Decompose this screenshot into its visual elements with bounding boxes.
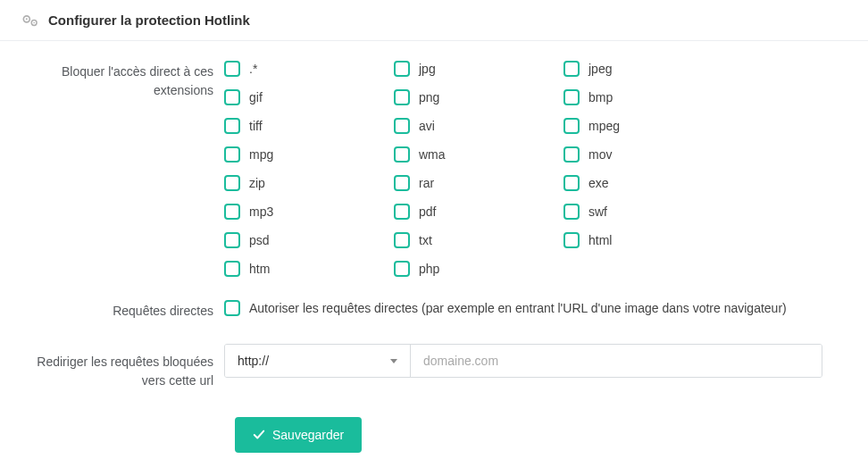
extension-item: html <box>563 232 733 248</box>
extension-checkbox[interactable] <box>224 204 240 220</box>
extension-label: .* <box>249 62 257 76</box>
extension-item: txt <box>394 232 563 248</box>
direct-requests-label: Requêtes directes <box>32 300 224 321</box>
extension-checkbox[interactable] <box>563 204 580 220</box>
extension-label: bmp <box>588 90 613 104</box>
extension-item: gif <box>224 89 394 105</box>
extension-item: mp3 <box>224 204 394 220</box>
allow-direct-checkbox[interactable] <box>224 300 240 316</box>
extension-label: rar <box>419 176 434 190</box>
extensions-label: Bloquer l'accès direct à ces extensions <box>32 61 224 100</box>
extension-label: png <box>419 90 439 104</box>
extension-label: pdf <box>419 204 436 219</box>
extension-item: exe <box>563 175 733 191</box>
protocol-value: http:// <box>238 354 269 368</box>
extension-label: psd <box>249 233 270 247</box>
extension-label: jpg <box>419 62 436 76</box>
extension-item: php <box>394 261 563 277</box>
extension-checkbox[interactable] <box>224 118 240 134</box>
extension-item: bmp <box>563 89 733 105</box>
extension-checkbox[interactable] <box>394 146 410 163</box>
extension-item: mpeg <box>563 118 733 134</box>
allow-direct-checkbox-item: Autoriser les requêtes directes (par exe… <box>224 300 836 316</box>
extension-checkbox[interactable] <box>224 89 240 105</box>
extension-label: php <box>419 262 439 276</box>
extension-checkbox[interactable] <box>563 232 580 248</box>
protocol-select[interactable]: http:// <box>225 345 411 377</box>
redirect-input-group: http:// <box>224 344 822 378</box>
extension-label: mpg <box>249 147 273 162</box>
extension-label: mov <box>588 147 612 162</box>
extension-item: wma <box>394 146 563 163</box>
extension-label: swf <box>588 204 607 219</box>
extension-item: mpg <box>224 146 394 163</box>
extension-item: psd <box>224 232 394 248</box>
extension-label: mpeg <box>588 119 620 133</box>
extension-label: htm <box>249 262 270 276</box>
extension-checkbox[interactable] <box>563 175 580 191</box>
save-button[interactable]: Sauvegarder <box>235 417 362 453</box>
extension-checkbox[interactable] <box>224 175 240 191</box>
extension-item: pdf <box>394 204 563 220</box>
row-redirect-url: Rediriger les requêtes bloquées vers cet… <box>32 344 836 390</box>
extension-label: html <box>588 233 612 247</box>
extension-item: tiff <box>224 118 394 134</box>
extension-checkbox[interactable] <box>563 118 580 134</box>
extension-checkbox[interactable] <box>394 204 410 220</box>
extension-checkbox[interactable] <box>394 118 410 134</box>
extension-item: mov <box>563 146 733 163</box>
svg-point-3 <box>33 21 35 23</box>
allow-direct-checkbox-label: Autoriser les requêtes directes (par exe… <box>249 301 787 315</box>
redirect-url-label: Rediriger les requêtes bloquées vers cet… <box>32 344 224 390</box>
extension-item: jpeg <box>563 61 733 77</box>
row-extensions: Bloquer l'accès direct à ces extensions … <box>32 61 836 277</box>
actions-row: Sauvegarder <box>32 417 836 453</box>
extension-checkbox[interactable] <box>224 61 240 77</box>
extension-checkbox[interactable] <box>224 232 240 248</box>
save-button-label: Sauvegarder <box>272 428 344 442</box>
extension-item: .* <box>224 61 394 77</box>
extension-checkbox[interactable] <box>394 175 410 191</box>
extension-checkbox[interactable] <box>394 89 410 105</box>
svg-point-1 <box>26 18 28 20</box>
extension-item: swf <box>563 204 733 220</box>
domain-input[interactable] <box>411 345 822 377</box>
extension-item: zip <box>224 175 394 191</box>
gears-icon <box>21 13 39 28</box>
extensions-grid: .*jpgjpeggifpngbmptiffavimpegmpgwmamovzi… <box>224 61 836 277</box>
extension-checkbox[interactable] <box>563 89 580 105</box>
extension-label: jpeg <box>588 62 612 76</box>
form: Bloquer l'accès direct à ces extensions … <box>0 41 868 459</box>
extension-checkbox[interactable] <box>394 232 410 248</box>
extension-checkbox[interactable] <box>563 61 580 77</box>
extension-label: exe <box>588 176 609 190</box>
extension-checkbox[interactable] <box>563 146 580 163</box>
page-title: Configurer la protection Hotlink <box>48 13 250 28</box>
extension-checkbox[interactable] <box>224 146 240 163</box>
extension-checkbox[interactable] <box>394 61 410 77</box>
extension-label: avi <box>419 119 435 133</box>
extension-label: tiff <box>249 119 263 133</box>
extension-label: wma <box>419 147 446 162</box>
extension-checkbox[interactable] <box>394 261 410 277</box>
extension-label: txt <box>419 233 432 247</box>
extension-label: gif <box>249 90 263 104</box>
extension-label: zip <box>249 176 265 190</box>
check-icon <box>253 429 265 441</box>
extension-checkbox[interactable] <box>224 261 240 277</box>
chevron-down-icon <box>390 359 397 363</box>
row-direct-requests: Requêtes directes Autoriser les requêtes… <box>32 300 836 321</box>
extension-item: png <box>394 89 563 105</box>
page-header: Configurer la protection Hotlink <box>0 0 868 41</box>
extension-item: htm <box>224 261 394 277</box>
extension-item: jpg <box>394 61 563 77</box>
extension-item: avi <box>394 118 563 134</box>
extension-item: rar <box>394 175 563 191</box>
extension-label: mp3 <box>249 204 273 219</box>
